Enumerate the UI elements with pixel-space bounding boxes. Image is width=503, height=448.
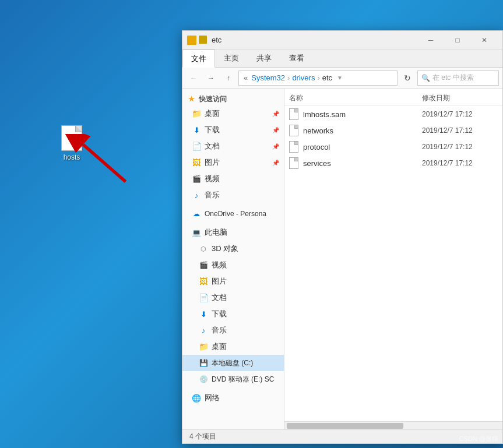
sidebar-item-onedrive[interactable]: ☁ OneDrive - Persona: [182, 206, 284, 222]
breadcrumb-drivers[interactable]: drivers: [292, 73, 315, 82]
search-bar[interactable]: 🔍 在 etc 中搜索: [417, 70, 499, 86]
hosts-file-icon: [61, 125, 82, 151]
sidebar-item-pics1[interactable]: 🖼 图片 📌: [182, 154, 284, 171]
refresh-button[interactable]: ↻: [400, 70, 415, 86]
sidebar-label-videos1: 视频: [205, 174, 220, 184]
sidebar-label-network: 网络: [205, 393, 220, 403]
pin-icon1: 📌: [272, 111, 279, 117]
folder-title-icon2: [199, 36, 207, 44]
main-content: ★ 快速访问 📁 桌面 📌 ⬇ 下载 📌 📄 文档 📌: [182, 89, 502, 429]
scroll-thumb[interactable]: [287, 423, 403, 429]
file-item-2[interactable]: protocol 2019/12/7 17:12: [284, 139, 502, 155]
sidebar-item-downloads2[interactable]: ⬇ 下载: [182, 306, 284, 322]
onedrive-icon: ☁: [192, 209, 201, 218]
sidebar-label-thispc: 此电脑: [205, 227, 227, 238]
back-button[interactable]: ←: [186, 70, 201, 86]
ribbon-tabs: 文件 主页 共享 查看: [182, 50, 502, 67]
sidebar-item-dvd[interactable]: 💿 DVD 驱动器 (E:) SC: [182, 371, 284, 387]
folder-icon-desktop2: 📁: [199, 342, 208, 351]
sidebar-item-drive-c[interactable]: 💾 本地磁盘 (C:): [182, 355, 284, 371]
sidebar-label-music2: 音乐: [212, 325, 227, 336]
sidebar-item-music1[interactable]: ♪ 音乐: [182, 187, 284, 203]
sidebar-label-music1: 音乐: [205, 190, 220, 200]
folder-icon1: 📁: [192, 109, 201, 118]
forward-button[interactable]: →: [203, 70, 219, 86]
file-item-0[interactable]: lmhosts.sam 2019/12/7 17:12: [284, 106, 502, 122]
title-bar-icons: [187, 36, 207, 45]
sidebar-item-pics2[interactable]: 🖼 图片: [182, 273, 284, 290]
horizontal-scrollbar[interactable]: [284, 421, 502, 429]
download-icon2: ⬇: [199, 309, 208, 319]
folder-icon3: 🖼: [192, 158, 201, 167]
tab-share[interactable]: 共享: [248, 50, 280, 67]
sidebar-item-docs2[interactable]: 📄 文档: [182, 290, 284, 306]
explorer-window: etc ─ □ ✕ 文件 主页 共享 查看 ← → ↑ « System32: [182, 30, 503, 444]
hosts-icon-label: hosts: [64, 153, 80, 161]
file-date-0: 2019/12/7 17:12: [422, 110, 498, 118]
quick-access-label: 快速访问: [199, 95, 227, 103]
address-bar: ← → ↑ « System32 › drivers › etc ▼ ↻ 🔍 在…: [182, 68, 502, 89]
sidebar-item-desktop1[interactable]: 📁 桌面 📌: [182, 105, 284, 122]
tab-home[interactable]: 主页: [215, 50, 248, 67]
star-icon: ★: [188, 95, 195, 103]
file-list-header: 名称 修改日期: [284, 91, 502, 106]
folder-icon-docs2: 📄: [199, 293, 208, 302]
close-button[interactable]: ✕: [471, 31, 498, 50]
file-item-3[interactable]: services 2019/12/7 17:12: [284, 155, 502, 171]
search-placeholder: 在 etc 中搜索: [432, 73, 474, 83]
file-item-1[interactable]: networks 2019/12/7 17:12: [284, 122, 502, 139]
watermark: CSDN @张猿: [459, 435, 498, 443]
breadcrumb-sep1: ›: [287, 73, 290, 82]
up-button[interactable]: ↑: [221, 70, 236, 86]
tab-view[interactable]: 查看: [280, 50, 313, 67]
file-date-3: 2019/12/7 17:12: [422, 159, 498, 167]
sidebar-label-onedrive: OneDrive - Persona: [205, 210, 266, 218]
hosts-desktop-icon[interactable]: hosts: [51, 125, 92, 161]
video-icon1: 🎬: [192, 174, 201, 184]
ribbon: 文件 主页 共享 查看: [182, 50, 502, 68]
sidebar-item-videos2[interactable]: 🎬 视频: [182, 257, 284, 273]
sidebar-label-pics1: 图片: [205, 157, 220, 168]
sidebar-item-3d[interactable]: ⬡ 3D 对象: [182, 241, 284, 257]
drive-c-icon: 💾: [199, 358, 208, 368]
breadcrumb-etc: etc: [322, 73, 332, 82]
sidebar-item-thispc[interactable]: 💻 此电脑: [182, 224, 284, 241]
title-bar: etc ─ □ ✕: [182, 31, 502, 50]
sidebar-label-pics2: 图片: [212, 276, 227, 287]
col-date-header[interactable]: 修改日期: [422, 93, 498, 103]
sidebar-label-downloads2: 下载: [212, 309, 227, 319]
minimize-button[interactable]: ─: [417, 31, 444, 50]
sidebar-label-desktop1: 桌面: [205, 108, 220, 119]
breadcrumb-system32[interactable]: System32: [251, 73, 285, 82]
breadcrumb-dropdown-icon[interactable]: ▼: [337, 75, 343, 81]
pin-icon2: 📌: [272, 127, 279, 133]
sidebar-item-videos1[interactable]: 🎬 视频: [182, 171, 284, 187]
folder-title-icon: [187, 36, 196, 45]
sidebar-item-docs1[interactable]: 📄 文档 📌: [182, 138, 284, 154]
file-icon-3: [289, 157, 298, 169]
sidebar-item-downloads1[interactable]: ⬇ 下载 📌: [182, 122, 284, 138]
window-title: etc: [212, 36, 417, 44]
file-panel: 名称 修改日期 lmhosts.sam 2019/12/7 17:12 netw…: [284, 89, 502, 429]
sidebar-label-downloads1: 下载: [205, 125, 220, 135]
sidebar-item-network[interactable]: 🌐 网络: [182, 390, 284, 406]
download-icon1: ⬇: [192, 125, 201, 135]
music-icon2: ♪: [199, 326, 208, 335]
pin-icon4: 📌: [272, 160, 279, 166]
pc-icon: 💻: [192, 228, 201, 237]
breadcrumb-sep2: ›: [317, 73, 319, 82]
item-count: 4 个项目: [189, 432, 216, 442]
tab-file[interactable]: 文件: [182, 50, 215, 68]
sidebar-label-desktop2: 桌面: [212, 341, 227, 352]
col-name-header[interactable]: 名称: [289, 93, 422, 103]
sidebar-item-music2[interactable]: ♪ 音乐: [182, 322, 284, 338]
maximize-button[interactable]: □: [444, 31, 471, 50]
file-list: 名称 修改日期 lmhosts.sam 2019/12/7 17:12 netw…: [284, 89, 502, 421]
sidebar-label-drive-c: 本地磁盘 (C:): [212, 358, 253, 368]
file-icon-0: [289, 108, 298, 120]
breadcrumb: « System32 › drivers › etc ▼: [238, 70, 398, 86]
sidebar-item-desktop2[interactable]: 📁 桌面: [182, 338, 284, 355]
file-date-2: 2019/12/7 17:12: [422, 143, 498, 151]
file-icon-2: [289, 141, 298, 153]
quick-access-header: ★ 快速访问: [182, 91, 284, 105]
